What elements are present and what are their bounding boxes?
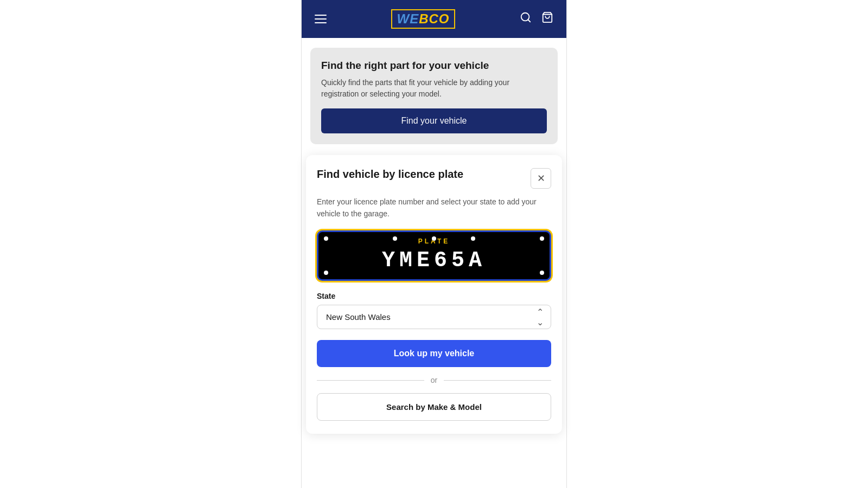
licence-plate-display: PLATE YME65A bbox=[317, 230, 551, 281]
nav-bar: WEBCO bbox=[302, 0, 566, 38]
hamburger-menu[interactable] bbox=[315, 15, 327, 23]
plate-header-label: PLATE bbox=[326, 237, 542, 245]
modal-header: Find vehicle by licence plate ✕ bbox=[317, 168, 551, 189]
logo-rest: BCO bbox=[419, 11, 449, 26]
divider-line-right bbox=[444, 380, 551, 381]
hero-card: Find the right part for your vehicle Qui… bbox=[310, 48, 558, 144]
make-model-button[interactable]: Search by Make & Model bbox=[317, 393, 551, 421]
state-select-wrapper: New South Wales Victoria Queensland West… bbox=[317, 305, 551, 329]
licence-plate-modal: Find vehicle by licence plate ✕ Enter yo… bbox=[306, 155, 562, 434]
nav-icons bbox=[520, 11, 553, 27]
site-logo: WEBCO bbox=[391, 9, 455, 29]
cart-icon[interactable] bbox=[541, 11, 553, 27]
search-icon[interactable] bbox=[520, 11, 532, 27]
state-select[interactable]: New South Wales Victoria Queensland West… bbox=[317, 305, 551, 329]
modal-title: Find vehicle by licence plate bbox=[317, 168, 531, 181]
plate-number: YME65A bbox=[326, 248, 542, 273]
page-wrapper: WEBCO Find the right part for your vehic… bbox=[0, 0, 868, 488]
close-button[interactable]: ✕ bbox=[531, 168, 551, 189]
or-text: or bbox=[431, 376, 437, 384]
modal-description: Enter your licence plate number and sele… bbox=[317, 196, 551, 220]
or-divider: or bbox=[317, 376, 551, 384]
divider-line-left bbox=[317, 380, 424, 381]
state-field: State New South Wales Victoria Queenslan… bbox=[317, 292, 551, 329]
lookup-vehicle-button[interactable]: Look up my vehicle bbox=[317, 340, 551, 367]
hero-title: Find the right part for your vehicle bbox=[321, 60, 547, 72]
find-vehicle-button[interactable]: Find your vehicle bbox=[321, 108, 547, 133]
svg-line-1 bbox=[528, 20, 530, 22]
hero-description: Quickly find the parts that fit your veh… bbox=[321, 77, 547, 100]
mobile-frame: WEBCO Find the right part for your vehic… bbox=[301, 0, 567, 488]
logo-highlight: WE bbox=[397, 11, 419, 26]
state-label: State bbox=[317, 292, 551, 300]
